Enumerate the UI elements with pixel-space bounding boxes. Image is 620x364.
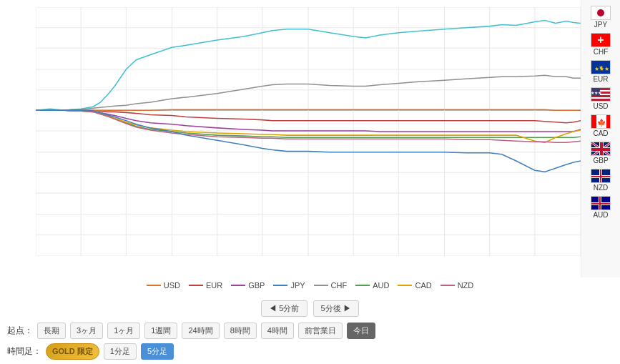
tf-btn-today[interactable]: 今日 — [347, 323, 375, 339]
flag-ch — [591, 33, 611, 47]
legend-chf: CHF — [314, 281, 348, 290]
flag-label-aud: AUD — [593, 211, 608, 219]
timeframe-row: 起点： 長期 3ヶ月 1ヶ月 1週間 24時間 8時間 4時間 前営業日 今日 — [7, 323, 613, 339]
svg-rect-62 — [606, 115, 611, 129]
legend-line-eur — [189, 285, 203, 286]
sidebar-item-gbp[interactable]: GBP — [591, 142, 611, 164]
flag-label-jpy: JPY — [594, 21, 607, 29]
res-5min[interactable]: 5分足 — [141, 343, 174, 360]
sidebar-item-nzd[interactable]: NZD — [591, 169, 611, 192]
legend-label-chf: CHF — [331, 281, 348, 290]
flag-ca: 🍁 — [591, 114, 611, 129]
tf-btn-prev[interactable]: 前営業日 — [298, 323, 343, 339]
svg-rect-77 — [591, 176, 611, 177]
legend-line-cad — [398, 285, 412, 286]
flag-label-nzd: NZD — [594, 184, 609, 192]
svg-text:★★★: ★★★ — [594, 66, 609, 72]
flag-label-cad: CAD — [593, 129, 608, 137]
svg-rect-82 — [591, 203, 611, 205]
legend-line-nzd — [441, 285, 455, 286]
chart-svg: 12.50 10.00 7.50 5.00 2.50 0.00 -2.50 -5… — [36, 7, 581, 256]
tf-btn-24h[interactable]: 24時間 — [182, 323, 219, 339]
resolution-row: 時間足： GOLD 限定 1分足 5分足 — [7, 343, 613, 360]
flag-eu: ★★★ — [591, 60, 611, 74]
legend-label-usd: USD — [164, 281, 180, 290]
legend-aud: AUD — [355, 281, 389, 290]
svg-rect-72 — [591, 148, 611, 151]
chart-wrapper: 12.50 10.00 7.50 5.00 2.50 0.00 -2.50 -5… — [0, 0, 581, 277]
legend-line-gbp — [231, 285, 245, 286]
main-container: 12.50 10.00 7.50 5.00 2.50 0.00 -2.50 -5… — [0, 0, 620, 364]
flag-label-chf: CHF — [594, 48, 609, 56]
legend-label-jpy: JPY — [290, 281, 305, 290]
controls-area: ◀ 5分前 5分後 ▶ 起点： 長期 3ヶ月 1ヶ月 1週間 24時間 8時間 … — [0, 293, 620, 364]
legend-usd: USD — [147, 281, 180, 290]
tf-btn-chouki[interactable]: 長期 — [37, 323, 66, 339]
svg-text:★★★: ★★★ — [591, 91, 601, 95]
legend-label-eur: EUR — [206, 281, 222, 290]
legend-cad: CAD — [398, 281, 431, 290]
legend-gbp: GBP — [231, 281, 265, 290]
legend-label-cad: CAD — [415, 281, 431, 290]
tf-btn-3m[interactable]: 3ヶ月 — [70, 323, 103, 339]
sidebar-item-usd[interactable]: ★★★ USD — [591, 87, 611, 110]
legend-line-usd — [147, 285, 161, 286]
tf-btn-8h[interactable]: 8時間 — [224, 323, 257, 339]
legend-label-gbp: GBP — [248, 281, 265, 290]
chart-svg-container: 12.50 10.00 7.50 5.00 2.50 0.00 -2.50 -5… — [36, 7, 581, 256]
sidebar-item-jpy[interactable]: JPY — [591, 6, 611, 29]
legend-nzd: NZD — [441, 281, 474, 290]
legend-eur: EUR — [189, 281, 222, 290]
legend-line-jpy — [273, 285, 287, 286]
svg-rect-61 — [591, 115, 596, 129]
chart-legend: USD EUR GBP JPY CHF AUD CAD NZD — [0, 277, 620, 293]
legend-label-nzd: NZD — [458, 281, 474, 290]
tf-btn-1m[interactable]: 1ヶ月 — [107, 323, 140, 339]
legend-line-chf — [314, 285, 328, 286]
flag-label-gbp: GBP — [593, 157, 608, 164]
chart-area: 12.50 10.00 7.50 5.00 2.50 0.00 -2.50 -5… — [0, 0, 620, 277]
tf-btn-4h[interactable]: 4時間 — [261, 323, 294, 339]
legend-label-aud: AUD — [373, 281, 389, 290]
flag-gb — [591, 142, 611, 156]
prev-button[interactable]: ◀ 5分前 — [261, 300, 307, 317]
timeframe-label: 起点： — [7, 325, 33, 337]
flag-label-usd: USD — [593, 102, 608, 110]
sidebar-item-eur[interactable]: ★★★ EUR — [591, 60, 611, 83]
resolution-label: 時間足： — [7, 345, 41, 358]
flag-label-eur: EUR — [593, 75, 608, 83]
sidebar-item-cad[interactable]: 🍁 CAD — [591, 114, 611, 137]
sidebar-item-chf[interactable]: CHF — [591, 33, 611, 56]
res-1min[interactable]: 1分足 — [104, 343, 137, 360]
svg-text:🍁: 🍁 — [597, 118, 606, 127]
flag-us: ★★★ — [591, 87, 611, 102]
next-button[interactable]: 5分後 ▶ — [313, 300, 359, 317]
pagination: ◀ 5分前 5分後 ▶ — [7, 300, 613, 317]
tf-btn-1w[interactable]: 1週間 — [144, 323, 177, 339]
gold-badge[interactable]: GOLD 限定 — [46, 343, 99, 360]
sidebar-item-aud[interactable]: AUD — [591, 196, 611, 219]
flag-au — [591, 196, 611, 210]
svg-rect-57 — [591, 99, 611, 101]
flag-nz — [591, 169, 611, 183]
flag-jp — [591, 6, 611, 20]
legend-jpy: JPY — [273, 281, 305, 290]
legend-line-aud — [355, 285, 370, 286]
currency-sidebar: JPY CHF ★★★ EUR — [581, 0, 620, 277]
